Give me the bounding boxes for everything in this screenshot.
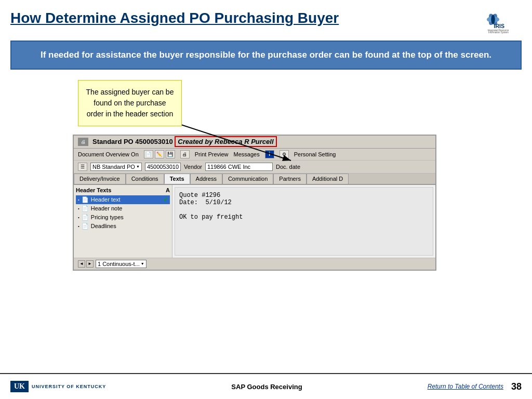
po-type-dropdown[interactable]: NB Standard PO: [90, 163, 142, 171]
banner-text: If needed for assistance the buyer respo…: [22, 49, 510, 61]
page-title: How Determine Assigned PO Purchasing Buy…: [10, 9, 339, 27]
doc-icon: 📄: [82, 223, 89, 230]
continuous-dropdown[interactable]: 1 Continuous-t...: [96, 260, 147, 268]
tree-item-header-note[interactable]: • 📄 Header note: [76, 204, 170, 213]
text-line-1: Quote #1296: [179, 192, 429, 199]
footer-right: Return to Table of Contents 38: [428, 381, 522, 392]
info-banner: If needed for assistance the buyer respo…: [10, 41, 522, 70]
text-line-3: OK to pay freight: [179, 214, 429, 221]
uk-logo-box: UK: [10, 381, 29, 392]
doc-icon: 📄: [82, 196, 89, 203]
scroll-right-btn[interactable]: ►: [86, 260, 94, 268]
doc-icon: 📄: [82, 205, 89, 212]
callout-text: The assigned buyer can be found on the p…: [86, 88, 174, 118]
tree-item-pricing-types[interactable]: • 📄 Pricing types: [76, 213, 170, 222]
scroll-buttons: ◄ ►: [78, 260, 94, 268]
tab-communication[interactable]: Communication: [222, 174, 273, 184]
svg-text:Information System: Information System: [488, 31, 509, 34]
university-name: UNIVERSITY OF KENTUCKY: [32, 384, 106, 389]
tab-partners[interactable]: Partners: [273, 174, 307, 184]
callout-arrow: [171, 116, 307, 168]
sap-content: Header Texts A • 📄 Header text ✓ • 📄 Hea…: [74, 185, 435, 258]
page-number: 38: [511, 381, 522, 392]
panel-header: Header Texts A: [76, 187, 170, 193]
sap-left-panel: Header Texts A • 📄 Header text ✓ • 📄 Hea…: [74, 185, 172, 258]
sap-tabs: Delivery/Invoice Conditions Texts Addres…: [74, 174, 435, 185]
callout-box: The assigned buyer can be found on the p…: [78, 80, 182, 126]
bullet-icon: •: [78, 206, 79, 211]
new-icon[interactable]: 📄: [144, 150, 153, 158]
svg-line-8: [171, 122, 291, 161]
content-area: The assigned buyer can be found on the p…: [10, 75, 522, 329]
tree-item-deadlines[interactable]: • 📄 Deadlines: [76, 222, 170, 231]
tree-item-header-text[interactable]: • 📄 Header text ✓: [76, 195, 170, 204]
tab-delivery-invoice[interactable]: Delivery/Invoice: [74, 174, 126, 184]
scroll-left-btn[interactable]: ◄: [78, 260, 85, 268]
list-icon[interactable]: ☰: [78, 163, 87, 171]
page-header: How Determine Assigned PO Purchasing Buy…: [0, 0, 532, 41]
uk-logo: UK UNIVERSITY OF KENTUCKY: [10, 381, 106, 392]
sap-right-panel: Quote #1296 Date: 5/10/12 OK to pay frei…: [175, 187, 433, 256]
bullet-icon: •: [78, 224, 79, 229]
tab-additional[interactable]: Additional D: [307, 174, 349, 184]
svg-text:IRIS: IRIS: [494, 23, 504, 29]
footer-center-text: SAP Goods Receiving: [231, 383, 302, 391]
return-to-toc-link[interactable]: Return to Table of Contents: [428, 383, 503, 390]
bullet-icon: •: [78, 197, 79, 202]
tab-address[interactable]: Address: [190, 174, 222, 184]
sap-app-icon: 🖨: [78, 138, 88, 146]
toolbar-icons: 📄 ✏️ 💾: [144, 150, 175, 158]
edit-icon[interactable]: ✏️: [155, 150, 164, 158]
text-line-2: Date: 5/10/12: [179, 199, 429, 206]
tab-texts[interactable]: Texts: [164, 174, 190, 184]
iris-logo: IRIS Integrated Resource Information Sys…: [464, 9, 522, 35]
doc-overview-btn[interactable]: Document Overview On: [78, 151, 139, 157]
page-footer: UK UNIVERSITY OF KENTUCKY SAP Goods Rece…: [0, 373, 532, 399]
bullet-icon: •: [78, 215, 79, 220]
doc-icon: 📄: [82, 214, 89, 221]
check-icon: ✓: [163, 196, 168, 203]
sap-bottom: ◄ ► 1 Continuous-t...: [74, 258, 435, 270]
tab-conditions[interactable]: Conditions: [126, 174, 164, 184]
